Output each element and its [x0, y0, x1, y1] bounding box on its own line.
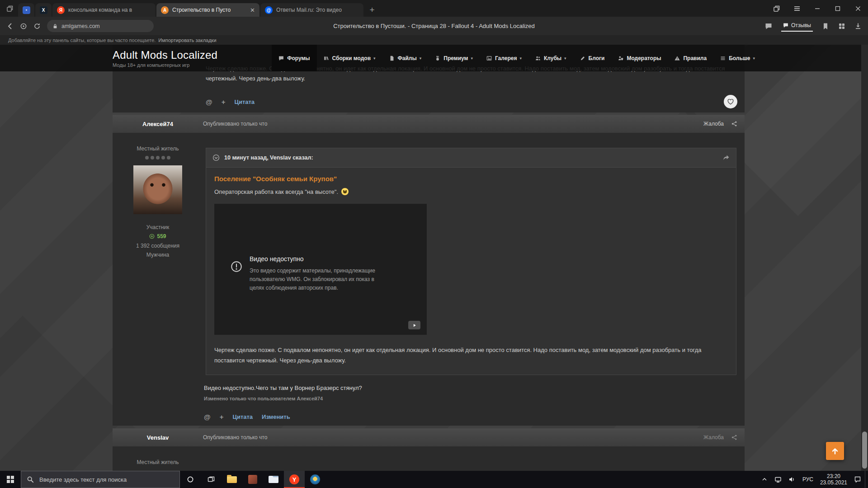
refresh-button[interactable] [33, 23, 41, 30]
video-embed[interactable]: Видео недоступно Это видео содержит мате… [214, 204, 427, 335]
browser-menu-button[interactable] [787, 0, 807, 17]
download-icon[interactable] [854, 23, 862, 30]
taskbar-app-mail[interactable] [263, 471, 284, 488]
goto-source-icon[interactable] [722, 154, 730, 161]
quoted-topic-link[interactable]: Поселение "Особняк семьи Крупов" [214, 175, 337, 183]
show-desktop-button[interactable] [865, 471, 868, 488]
multiquote-button[interactable]: + [220, 413, 224, 421]
pinned-tab-1[interactable]: ▪ [18, 3, 34, 17]
browser-page-title: Строительство в Пустоши. - Страница 28 -… [136, 23, 732, 29]
edit-button[interactable]: Изменить [262, 413, 290, 420]
scrollbar-thumb[interactable] [862, 432, 867, 469]
mention-button[interactable]: @ [204, 413, 211, 421]
back-button[interactable] [6, 23, 14, 30]
network-icon[interactable] [774, 476, 782, 483]
post-author[interactable]: Venslav [113, 434, 203, 441]
avatar[interactable] [133, 165, 182, 214]
like-button[interactable] [724, 95, 737, 108]
nav-item-premium[interactable]: Премиум ▾ [428, 45, 480, 71]
protect-icon[interactable] [20, 23, 27, 30]
post-header: Venslav Опубликовано только что Жалоба [113, 428, 745, 446]
aml-icon: A [161, 6, 169, 14]
reviews-label: Отзывы [791, 22, 811, 28]
folder-icon [227, 476, 237, 483]
scroll-to-top-button[interactable] [826, 442, 844, 460]
edited-note: Изменено только что пользователем Алексе… [204, 396, 736, 401]
warning-icon [675, 56, 680, 61]
nav-item-mod-packs[interactable]: Сборки модов ▾ [317, 45, 382, 71]
search-icon [27, 476, 34, 483]
youtube-play-icon[interactable] [408, 321, 420, 329]
people-icon [535, 56, 541, 61]
pinned-tab-2[interactable]: X [35, 3, 52, 17]
site-subtitle: Моды 18+ для компьютерных игр [113, 62, 217, 68]
quote-header[interactable]: 10 минут назад, Venslav сказал: [206, 148, 736, 168]
notification-center-icon[interactable] [854, 476, 861, 483]
comment-icon[interactable] [765, 23, 772, 30]
taskbar-search[interactable] [21, 471, 180, 488]
quote-button[interactable]: Цитата [234, 99, 255, 105]
address-bar[interactable]: amlgames.com [47, 20, 154, 32]
multiquote-button[interactable]: + [222, 98, 226, 106]
nav-item-files[interactable]: Файлы ▾ [382, 45, 429, 71]
minimize-button[interactable] [807, 0, 827, 17]
post-published: Опубликовано только что [203, 121, 267, 127]
nav-item-moderators[interactable]: Модераторы [611, 45, 668, 71]
page-viewport: Чертеж сделаю позже. С подвалом непонятн… [0, 45, 868, 471]
clock[interactable]: 23:20 23.05.2021 [820, 473, 847, 486]
video-error-title: Видео недоступно [250, 255, 385, 263]
site-title[interactable]: Adult Mods Localized [113, 49, 217, 61]
pinned-favicon-1: ▪ [23, 6, 30, 14]
start-button[interactable] [0, 471, 21, 488]
cortana-button[interactable] [180, 471, 201, 488]
report-link[interactable]: Жалоба [703, 434, 724, 441]
close-window-button[interactable] [848, 0, 868, 17]
browser-tab-2[interactable]: A Строительство в Пусто ✕ [156, 3, 259, 17]
tab-title: Ответы Mail.ru: Это видео [276, 7, 359, 13]
browser-tab-3[interactable]: @ Ответы Mail.ru: Это видео [260, 3, 363, 17]
nav-item-forums[interactable]: Форумы [272, 45, 316, 71]
speaker-icon[interactable] [788, 476, 796, 483]
new-tab-button[interactable]: + [364, 3, 380, 17]
browser-tab-1[interactable]: Я консольная команда на в [52, 3, 156, 17]
nav-item-gallery[interactable]: Галерея ▾ [480, 45, 528, 71]
post-author[interactable]: Алексей74 [113, 121, 203, 127]
taskbar-app-yandex[interactable]: Y [284, 471, 305, 488]
member-posts-count: 1 392 сообщения [113, 243, 203, 249]
quote-button[interactable]: Цитата [232, 413, 253, 420]
taskbar-app-store[interactable] [242, 471, 263, 488]
member-reputation[interactable]: 559 [113, 233, 203, 239]
share-icon[interactable] [731, 434, 737, 441]
nav-item-blogs[interactable]: Блоги [573, 45, 612, 71]
search-input[interactable] [38, 476, 174, 483]
heart-icon [727, 98, 734, 105]
report-link[interactable]: Жалоба [703, 121, 724, 127]
close-icon[interactable]: ✕ [250, 7, 255, 13]
task-view-button[interactable] [201, 471, 222, 488]
post-published: Опубликовано только что [203, 434, 267, 441]
site-brand[interactable]: Adult Mods Localized Моды 18+ для компью… [113, 49, 217, 68]
mention-button[interactable]: @ [206, 98, 212, 106]
import-bookmarks-link[interactable]: Импортировать закладки [158, 38, 216, 43]
cortana-icon [187, 476, 194, 483]
screen: ▪ X Я консольная команда на в A Строител… [0, 0, 868, 488]
page-scrollbar[interactable] [861, 45, 868, 471]
nav-item-more[interactable]: Больше ▾ [713, 45, 762, 71]
language-indicator[interactable]: РУС [802, 476, 813, 483]
nav-item-rules[interactable]: Правила [668, 45, 713, 71]
blue-app-icon [310, 474, 320, 484]
chevron-up-icon[interactable] [761, 476, 768, 483]
maximize-button[interactable] [827, 0, 848, 17]
tab-groups-button[interactable] [2, 0, 18, 17]
nav-item-clubs[interactable]: Клубы ▾ [528, 45, 573, 71]
menu-icon [720, 56, 726, 61]
reviews-button[interactable]: Отзывы [781, 21, 813, 32]
bookmark-icon[interactable] [822, 23, 829, 30]
side-panel-button[interactable] [766, 0, 787, 17]
taskbar-app-explorer[interactable] [222, 471, 242, 488]
share-icon[interactable] [731, 121, 737, 127]
member-rank: Местный житель [113, 145, 203, 152]
chevron-down-circle-icon[interactable] [212, 154, 220, 161]
collections-icon[interactable] [838, 23, 845, 30]
taskbar-app-browser[interactable] [305, 471, 326, 488]
